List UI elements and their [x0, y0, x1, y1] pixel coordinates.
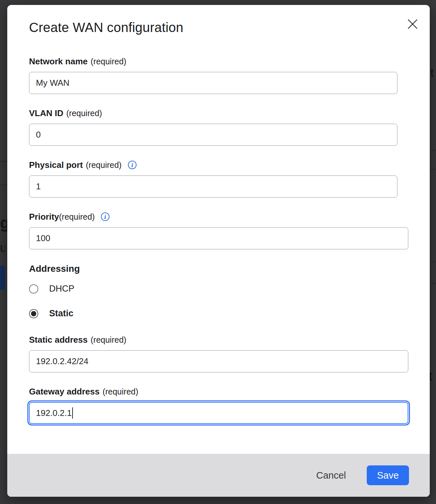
svg-text:i: i [131, 162, 133, 169]
background-table-line [0, 185, 7, 185]
modal-footer: Cancel Save [7, 454, 430, 497]
vlan-id-field: VLAN ID (required) [29, 108, 408, 146]
radio-button-static[interactable] [29, 309, 38, 318]
background-table-line [430, 150, 436, 151]
background-table-line [0, 161, 7, 162]
radio-option-dhcp[interactable]: DHCP [29, 284, 408, 294]
background-text-fragment: g [0, 214, 7, 233]
vlan-id-input[interactable] [29, 124, 397, 146]
static-address-input[interactable] [29, 350, 408, 372]
radio-option-static[interactable]: Static [29, 308, 408, 319]
static-address-label: Static address (required) [29, 334, 408, 345]
physical-port-label: Physical port (required) i [29, 160, 408, 170]
background-table-line [430, 283, 436, 284]
modal-title: Create WAN configuration [29, 19, 408, 35]
gateway-address-label: Gateway address (required) [29, 386, 408, 397]
radio-label-dhcp: DHCP [49, 284, 75, 294]
background-dimmed-button [0, 266, 5, 290]
physical-port-input[interactable] [29, 175, 397, 198]
save-button[interactable]: Save [367, 465, 409, 485]
network-name-label: Network name (required) [29, 56, 408, 67]
priority-field: Priority (required) i [29, 211, 408, 249]
gateway-address-input[interactable]: 192.0.2.1 [29, 402, 408, 424]
gateway-address-field: Gateway address (required) 192.0.2.1 [29, 386, 408, 424]
network-name-field: Network name (required) [29, 56, 408, 94]
background-text-fragment: u [0, 241, 5, 255]
background-table-line [430, 262, 436, 262]
radio-label-static: Static [49, 308, 74, 319]
background-text-fragment: t l [430, 66, 436, 80]
vlan-id-label: VLAN ID (required) [29, 108, 408, 118]
svg-text:i: i [105, 213, 107, 220]
background-table-line [430, 169, 436, 170]
create-wan-modal: Create WAN configuration Network name (r… [7, 5, 430, 497]
info-icon[interactable]: i [128, 160, 137, 170]
priority-label: Priority (required) i [29, 211, 408, 222]
close-x-glyph [407, 18, 418, 30]
addressing-group: Addressing DHCP Static [29, 263, 408, 319]
info-icon[interactable]: i [101, 212, 110, 221]
text-cursor [72, 407, 73, 419]
close-icon[interactable] [406, 17, 419, 31]
physical-port-field: Physical port (required) i [29, 160, 408, 198]
addressing-heading: Addressing [29, 263, 408, 274]
network-name-input[interactable] [29, 72, 397, 94]
background-text-fragment: t [429, 369, 436, 384]
static-address-field: Static address (required) [29, 334, 408, 372]
cancel-button[interactable]: Cancel [312, 467, 351, 484]
radio-button-dhcp[interactable] [29, 284, 38, 294]
priority-input[interactable] [29, 227, 408, 249]
